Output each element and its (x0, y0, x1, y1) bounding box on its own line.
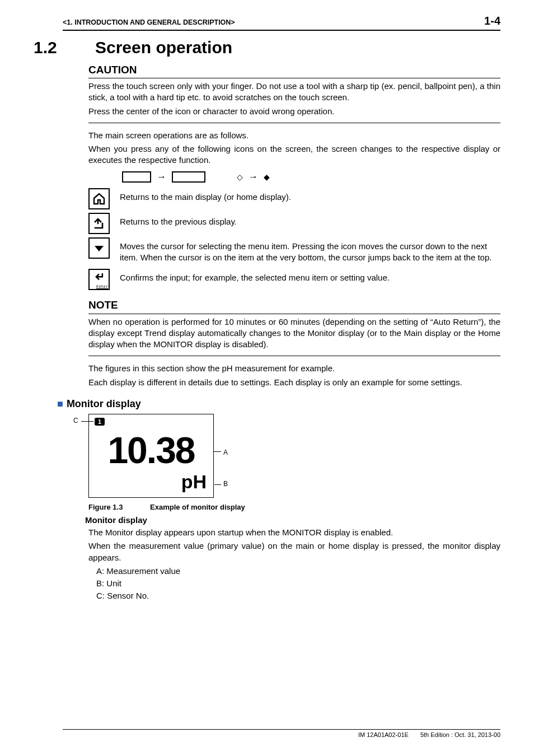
back-icon-desc: Returns to the previous display. (120, 216, 500, 227)
enter-icon: Enter (88, 269, 110, 290)
callout-c-label: C (73, 416, 78, 425)
callout-a-label: A (223, 448, 228, 457)
caution-text-1: Press the touch screen only with your fi… (88, 81, 500, 104)
figure-caption: Figure 1.3Example of monitor display (88, 502, 500, 512)
measurement-unit: pH (181, 469, 207, 495)
callout-a-line (213, 451, 221, 452)
figure-number: Figure 1.3 (88, 502, 150, 512)
figure-caption-text: Example of monitor display (150, 503, 245, 511)
monitor-text-2: When the measurement value (primary valu… (88, 540, 500, 563)
callout-b-label: B (223, 479, 228, 488)
bullet-square-icon: ■ (57, 398, 63, 409)
monitor-display-figure: C 1 10.38 pH A B (88, 414, 214, 498)
callout-b-line (214, 484, 221, 485)
rect-before-icon (122, 171, 151, 183)
doc-id: IM 12A01A02-01E (358, 731, 409, 738)
callout-c-line (81, 421, 93, 422)
back-icon (88, 213, 110, 234)
intro-text-2: When you press any of the following icon… (88, 143, 500, 166)
legend-b: B: Unit (96, 578, 500, 589)
cursor-down-icon-desc: Moves the cursor for selecting the menu … (120, 241, 500, 264)
after-note-text-1: The figures in this section show the pH … (88, 363, 500, 374)
sensor-number-badge: 1 (95, 418, 105, 426)
monitor-text-1: The Monitor display appears upon startup… (88, 527, 500, 538)
arrow-icon: → (249, 171, 258, 184)
legend-c: C: Sensor No. (96, 590, 500, 601)
note-text: When no operation is performed for 10 mi… (88, 316, 500, 351)
after-note-text-2: Each display is different in details due… (88, 377, 500, 388)
diamond-filled-icon: ◆ (264, 172, 270, 183)
caution-text-2: Press the center of the icon or characte… (88, 106, 500, 117)
measurement-value: 10.38 (93, 426, 209, 475)
monitor-subheading: Monitor display (85, 515, 500, 526)
monitor-display-heading: ■Monitor display (57, 397, 500, 410)
monitor-heading-text: Monitor display (67, 398, 141, 409)
chapter-ref: <1. INTRODUCTION AND GENERAL DESCRIPTION… (63, 18, 235, 27)
section-number: 1.2 (34, 36, 95, 59)
home-icon-desc: Returns to the main display (or home dis… (120, 192, 500, 203)
running-header: <1. INTRODUCTION AND GENERAL DESCRIPTION… (63, 13, 500, 31)
diamond-outline-icon: ◇ (237, 172, 243, 183)
intro-text-1: The main screen operations are as follow… (88, 130, 500, 141)
enter-icon-desc: Confirms the input; for example, the sel… (120, 272, 500, 283)
note-heading: NOTE (88, 298, 500, 312)
legend-a: A: Measurement value (96, 566, 500, 577)
rect-after-icon (172, 171, 205, 183)
section-title: Screen operation (95, 38, 232, 57)
arrow-icon: → (157, 171, 166, 184)
edition-date: 5th Edition : Oct. 31, 2013-00 (420, 731, 500, 738)
section-heading: 1.2Screen operation (34, 36, 500, 59)
svg-marker-0 (95, 246, 104, 251)
cursor-down-icon (88, 237, 110, 259)
state-change-glyphs: → ◇ → ◆ (122, 171, 500, 184)
page-footer: IM 12A01A02-01E 5th Edition : Oct. 31, 2… (63, 729, 500, 739)
page-number: 1-4 (484, 13, 500, 29)
enter-label: Enter (96, 284, 108, 290)
caution-heading: CAUTION (88, 63, 500, 77)
home-icon (88, 188, 110, 209)
